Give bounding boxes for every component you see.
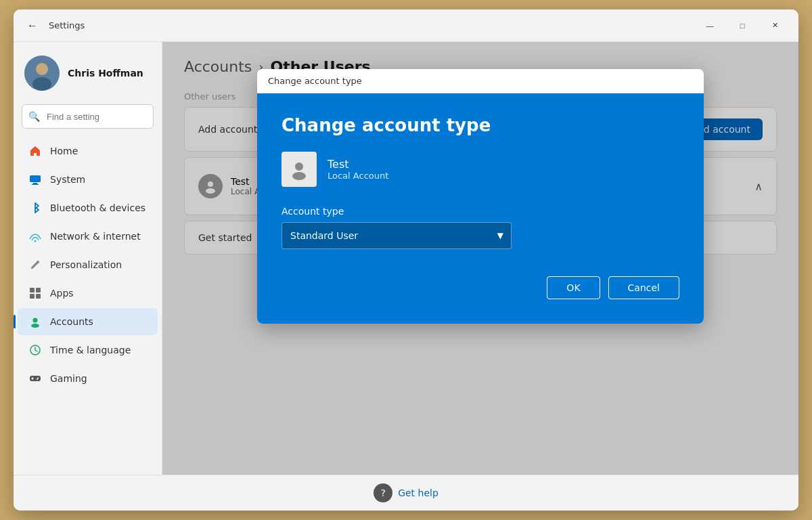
dialog-user-name: Test	[328, 158, 388, 171]
dialog-titlebar-label: Change account type	[268, 76, 362, 86]
svg-point-23	[295, 162, 303, 171]
user-name: Chris Hoffman	[68, 68, 143, 79]
maximize-button[interactable]: □	[727, 15, 758, 37]
svg-point-7	[37, 261, 39, 263]
svg-point-1	[36, 63, 48, 75]
svg-rect-5	[32, 184, 39, 186]
svg-rect-11	[36, 294, 41, 299]
ok-button[interactable]: OK	[547, 276, 600, 299]
system-icon	[28, 173, 42, 186]
search-box: 🔍	[22, 104, 154, 129]
sidebar-label-system: System	[50, 174, 85, 185]
account-type-select-wrapper: Standard User Administrator ▼	[281, 222, 512, 249]
svg-point-24	[292, 172, 306, 180]
sidebar-item-gaming[interactable]: Gaming	[18, 365, 158, 392]
sidebar-item-apps[interactable]: Apps	[18, 280, 158, 307]
svg-point-2	[32, 77, 51, 91]
user-profile[interactable]: Chris Hoffman	[14, 50, 162, 104]
sidebar-label-bluetooth: Bluetooth & devices	[50, 202, 145, 213]
sidebar-item-time[interactable]: Time & language	[18, 337, 158, 364]
sidebar-label-network: Network & internet	[50, 231, 141, 242]
svg-rect-9	[36, 288, 41, 292]
sidebar-label-accounts: Accounts	[50, 316, 93, 327]
sidebar-item-bluetooth[interactable]: Bluetooth & devices	[18, 194, 158, 221]
svg-point-6	[35, 240, 37, 242]
dialog-title: Change account type	[281, 115, 679, 135]
dialog-user-details: Test Local Account	[328, 158, 388, 181]
sidebar-item-system[interactable]: System	[18, 166, 158, 193]
svg-rect-8	[30, 288, 35, 292]
sidebar-item-network[interactable]: Network & internet	[18, 223, 158, 250]
svg-rect-10	[30, 294, 35, 299]
dialog-titlebar: Change account type	[257, 69, 704, 93]
window-controls: — □ ✕	[694, 15, 790, 37]
close-button[interactable]: ✕	[759, 15, 790, 37]
get-help-icon: ?	[374, 483, 392, 502]
gaming-icon	[28, 372, 42, 385]
settings-window: ← Settings — □ ✕ Chris Hoffman	[14, 9, 798, 511]
sidebar-label-home: Home	[50, 146, 78, 156]
cancel-button[interactable]: Cancel	[608, 276, 679, 299]
search-icon: 🔍	[28, 111, 40, 122]
apps-icon	[28, 286, 42, 300]
bluetooth-icon	[28, 201, 42, 215]
window-title: Settings	[49, 20, 85, 30]
get-help-link[interactable]: Get help	[398, 488, 438, 498]
sidebar-item-accounts[interactable]: Accounts	[18, 308, 158, 335]
svg-point-20	[37, 378, 38, 380]
sidebar-label-personalization: Personalization	[50, 259, 122, 270]
sidebar-label-time: Time & language	[50, 345, 131, 355]
svg-point-12	[33, 318, 38, 323]
account-type-select[interactable]: Standard User Administrator	[281, 222, 512, 249]
svg-point-13	[31, 324, 39, 328]
personalization-icon	[28, 258, 42, 272]
sidebar-label-gaming: Gaming	[50, 373, 87, 384]
dialog-buttons: OK Cancel	[281, 276, 679, 299]
get-help-bar: ? Get help	[14, 475, 798, 511]
sidebar-item-home[interactable]: Home	[18, 137, 158, 165]
dialog-avatar	[281, 152, 317, 187]
home-icon	[28, 144, 42, 158]
time-icon	[28, 343, 42, 357]
back-button[interactable]: ←	[22, 15, 43, 37]
dialog-body: Change account type Test Local Accoun	[257, 93, 704, 324]
main-container: Chris Hoffman 🔍 Home	[14, 42, 798, 475]
dialog-user-sub: Local Account	[328, 171, 388, 181]
sidebar: Chris Hoffman 🔍 Home	[14, 42, 162, 475]
svg-rect-3	[30, 175, 41, 182]
search-input[interactable]	[22, 104, 154, 129]
network-icon	[28, 230, 42, 243]
accounts-icon	[28, 315, 42, 328]
content-area: Accounts › Other Users Other users Add a…	[162, 42, 798, 475]
avatar	[24, 56, 60, 91]
sidebar-item-personalization[interactable]: Personalization	[18, 251, 158, 278]
dialog-overlay: Change account type Change account type	[162, 42, 798, 475]
sidebar-label-apps: Apps	[50, 288, 74, 299]
titlebar: ← Settings — □ ✕	[14, 9, 798, 42]
minimize-button[interactable]: —	[694, 15, 725, 37]
dialog-user-row: Test Local Account	[281, 152, 679, 187]
dialog-account-type-label: Account type	[281, 206, 679, 217]
change-account-dialog: Change account type Change account type	[257, 69, 704, 324]
